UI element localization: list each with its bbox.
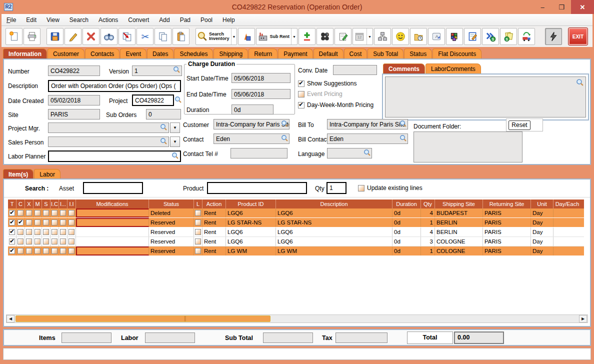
contact-tel-field[interactable] [230,148,288,158]
tab-customer[interactable]: Customer [48,48,84,59]
bill-contact-field[interactable]: Eden [327,134,408,144]
conv-date-field[interactable] [333,65,377,75]
day-each-cell[interactable] [554,228,581,236]
tab-status[interactable]: Status [404,48,432,59]
row-checkbox[interactable] [26,248,32,254]
qty-input[interactable]: 1 [326,182,346,194]
row-checkbox[interactable] [52,220,58,226]
dwm-pricing-checkbox[interactable] [298,102,304,108]
row-checkbox[interactable] [9,238,15,244]
col-day-each[interactable]: Day/Each [554,200,581,208]
qty-cell[interactable]: 1 [421,218,435,227]
unit-cell[interactable]: Day [531,237,554,246]
sales-person-field[interactable] [48,136,169,147]
col-returning-site[interactable]: Returning Site [483,200,531,208]
day-each-cell[interactable] [554,246,581,256]
row-checkbox[interactable] [34,248,40,254]
modifications-cell[interactable] [76,246,149,256]
bill-contact-search-icon[interactable] [400,134,407,142]
row-checkbox[interactable] [52,229,58,235]
sales-person-search-icon[interactable] [160,138,168,145]
menu-view[interactable]: View [42,15,64,25]
row-checkbox[interactable] [60,210,66,216]
row-checkbox[interactable] [26,210,32,216]
l-checkbox[interactable] [195,229,201,235]
row-checkbox[interactable] [68,220,74,226]
duration-cell[interactable]: 0d [392,228,421,236]
l-checkbox[interactable] [195,248,201,254]
description-cell[interactable]: LGQ6 [276,237,392,246]
table-row[interactable]: Reserved Rent LGQ6 LGQ6 0d 4 BERLIN PARI… [8,228,584,237]
duration-cell[interactable]: 0d [392,208,421,218]
returning-site-cell[interactable]: PARIS [483,208,531,218]
col-ii[interactable]: I.I [68,200,76,208]
action-cell[interactable]: Rent [202,237,226,246]
doc-edit-button[interactable] [464,28,481,45]
returning-site-cell[interactable]: PARIS [483,246,531,256]
table-row[interactable]: Reserved Rent LG STAR-NS LG STAR-NS 0d 1… [8,218,584,228]
tab-contacts[interactable]: Contacts [85,48,120,59]
l-checkbox[interactable] [195,220,201,226]
tab-shipping[interactable]: Shipping [214,48,248,59]
language-search-icon[interactable] [364,149,371,156]
tab-comments[interactable]: Comments [383,64,425,74]
table-row[interactable]: Deleted Rent LGQ6 LGQ6 0d 4 BUDAPEST PAR… [8,208,584,218]
new-document-button[interactable] [6,28,22,45]
project-search-icon[interactable] [174,96,182,104]
tab-items[interactable]: Item(s) [3,169,34,179]
print-button[interactable] [24,28,40,45]
copy-button[interactable] [154,28,172,45]
show-suggestions-checkbox[interactable] [298,80,304,87]
table-row[interactable]: Reserved Rent LG WM LG WM 0d 1 COLOGNE P… [8,246,584,256]
action-cell[interactable]: Rent [202,208,226,218]
customer-field[interactable]: Intra-Company for Paris Site [214,119,290,130]
row-checkbox[interactable] [43,248,49,254]
calendar-button[interactable]: 12▼ [352,28,373,45]
modifications-cell[interactable] [76,228,149,236]
row-checkbox[interactable] [68,210,74,216]
unit-cell[interactable]: Day [531,218,554,227]
scroll-right-arrow[interactable]: ▶ [579,315,587,322]
notepad-button[interactable] [334,28,352,45]
status-cell[interactable]: Reserved [149,237,194,246]
returning-site-cell[interactable]: PARIS [483,228,531,236]
row-checkbox[interactable] [68,248,74,254]
col-x[interactable]: X [25,200,34,208]
status-cell[interactable]: Reserved [149,218,194,227]
site-field[interactable]: PARIS [48,109,100,120]
tab-information[interactable]: Information [3,48,47,59]
col-t[interactable]: T [8,200,16,208]
col-status[interactable]: Status [149,200,194,208]
folder-clock-button[interactable] [410,28,427,45]
shipping-site-cell[interactable]: COLOGNE [435,237,483,246]
status-cell[interactable]: Reserved [149,228,194,236]
lightning-button[interactable] [545,28,562,45]
version-search-icon[interactable] [173,66,180,74]
l-checkbox[interactable] [195,210,201,216]
labor-planner-field[interactable] [48,150,181,162]
col-s[interactable]: S [42,200,50,208]
description-cell[interactable]: LGQ6 [276,228,392,236]
returning-site-cell[interactable]: PARIS [483,218,531,227]
menu-pool[interactable]: Pool [196,15,218,25]
tab-default[interactable]: Default [314,48,344,59]
duration-cell[interactable]: 0d [392,246,421,256]
asset-input[interactable] [83,182,143,194]
qty-cell[interactable]: 1 [421,246,435,256]
horizontal-scrollbar[interactable]: ◀ ▶ [6,314,588,323]
comments-field[interactable] [385,76,586,118]
menu-file[interactable]: File [2,15,21,25]
status-cell[interactable]: Deleted [149,208,194,218]
add-button[interactable] [298,28,316,45]
project-mgr-dropdown[interactable]: ▼ [170,122,180,133]
find-button[interactable] [100,28,118,45]
col-unit[interactable]: Unit [531,200,554,208]
col-shipping-site[interactable]: Shipping Site [435,200,483,208]
row-checkbox[interactable] [60,238,66,244]
update-existing-checkbox[interactable] [358,185,364,192]
day-each-cell[interactable] [554,208,581,218]
paste-button[interactable] [172,28,190,45]
row-checkbox[interactable] [26,238,32,244]
col-product-id[interactable]: Product ID [226,200,276,208]
col-c[interactable]: C [16,200,25,208]
